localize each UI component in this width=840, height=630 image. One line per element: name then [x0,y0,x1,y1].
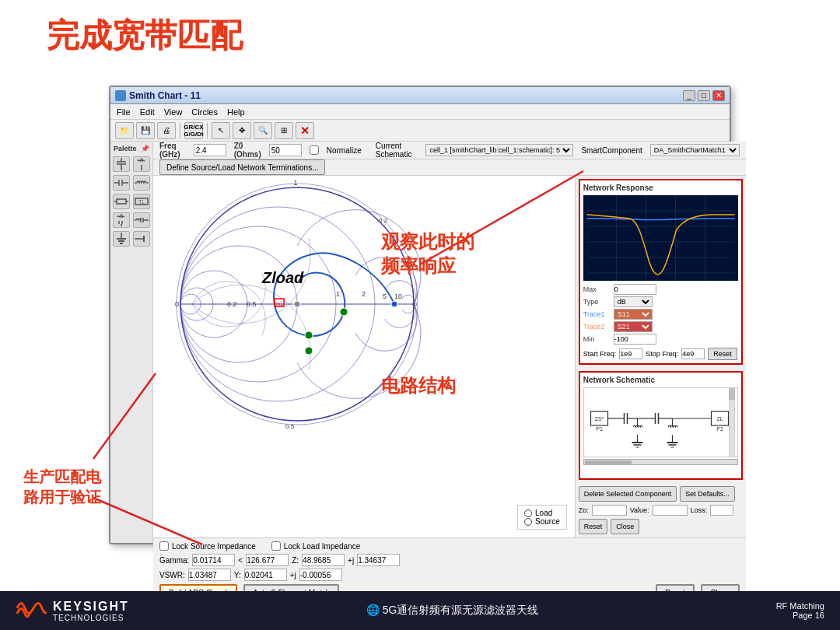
lock-source-label: Lock Source Impedance [172,542,256,551]
nr-min-input[interactable] [614,334,656,345]
value-input[interactable] [653,505,688,516]
gamma-value-input[interactable] [192,554,235,566]
network-schematic-title: Network Schematic [583,376,738,384]
delete-button[interactable]: ✕ [296,122,314,139]
palette-header: Palette 📌 [112,143,151,154]
nr-trace2-select[interactable]: S21 [614,321,653,332]
menu-edit[interactable]: Edit [140,107,155,117]
palette-cap-shunt[interactable] [113,156,130,172]
lock-load-label: Lock Load Impedance [284,542,360,551]
reset-button-2[interactable]: Reset [579,519,608,534]
svg-text:∞: ∞ [412,300,417,308]
close-button[interactable]: Close [611,519,639,534]
slide: 完成宽带匹配 Smith Chart - 11 _ □ ✕ File Edit … [0,0,840,630]
gamma-row: Gamma: < Z: +j [159,554,740,566]
nr-freq-row: Start Freq: Stop Freq: Reset [583,348,738,360]
palette-pin[interactable]: 📌 [141,145,149,152]
legend-source: Source [524,517,560,526]
menu-view[interactable]: View [164,107,183,117]
stop-freq-label: Stop Freq: [646,350,678,358]
lock-row: Lock Source Impedance Lock Load Impedanc… [159,541,740,551]
palette-lc-series[interactable] [133,212,150,228]
footer-right: RF Matching Page 16 [776,601,824,620]
svg-text:m1: m1 [275,301,283,306]
palette-lc-shunt[interactable] [113,212,130,228]
palette-tline[interactable]: TL [133,194,150,209]
delete-component-button[interactable]: Delete Selected Component [579,486,677,502]
palette-cap-series[interactable] [113,175,130,191]
z-value-input[interactable] [302,554,345,566]
loss-input[interactable] [710,505,733,516]
start-freq-input[interactable] [619,348,642,359]
zoom-button[interactable]: 🔍 [254,122,272,139]
palette: Palette 📌 [110,142,153,543]
palette-gnd[interactable] [113,231,130,247]
save-button[interactable]: 💾 [136,122,155,139]
stop-freq-input[interactable] [681,348,705,359]
close-window-button[interactable]: ✕ [712,90,725,101]
ns-scrollbar-thumb[interactable] [585,460,632,465]
grid-button[interactable]: GR/CXG/G/Dt [184,122,203,139]
z0-input[interactable] [269,144,302,156]
vswr-value-input[interactable] [188,569,231,581]
palette-open[interactable] [133,231,150,247]
normalize-label: Normalize [327,146,362,155]
zo-input[interactable] [592,505,627,516]
smartcomp-select[interactable]: DA_SmithChartMatch1 [650,144,740,156]
print-button[interactable]: 🖨 [157,122,176,139]
menu-help[interactable]: Help [227,107,245,117]
window-icon [115,90,126,101]
palette-ind-series[interactable] [133,175,150,191]
nr-max-label: Max [583,285,611,293]
ns-scrollbar[interactable] [583,459,738,465]
nr-min-label: Min [583,335,611,343]
svg-text:TL: TL [138,199,145,205]
toolbar-separator-1 [180,123,180,138]
svg-text:5: 5 [383,292,387,300]
svg-text:P1: P1 [596,426,603,432]
menu-file[interactable]: File [117,107,131,117]
nr-max-input[interactable] [614,284,656,295]
maximize-button[interactable]: □ [698,90,710,101]
y-label: Y: [234,571,241,579]
menu-circles[interactable]: Circles [191,107,218,117]
nr-reset-button[interactable]: Reset [708,348,737,360]
svg-point-54 [391,301,397,307]
svg-text:1: 1 [293,179,297,187]
minimize-button[interactable]: _ [683,90,695,101]
open-folder-button[interactable]: 📁 [115,122,134,139]
network-schematic-box: Network Schematic ZS* P1 [579,371,743,480]
lock-source-checkbox[interactable] [159,541,169,551]
current-sch-select[interactable]: cell_1 [smithChart_lib:cell_1:schematic]… [425,144,573,156]
menubar: File Edit View Circles Help [110,104,730,120]
keysight-brand: KEYSIGHT [53,600,129,614]
pointer-button[interactable]: ↖ [212,122,230,139]
rp-action-row: Reset Close [579,519,743,534]
z-plus-label: +j [348,556,354,565]
gamma-angle-symbol: < [238,556,243,565]
palette-row-4 [112,212,151,229]
y-value-input[interactable] [244,569,287,581]
freq-input[interactable] [194,144,226,156]
fit-button[interactable]: ⊞ [275,122,293,139]
z0-label: Z0 (Ohms) [234,142,261,159]
define-button[interactable]: Define Source/Load Network Terminations.… [159,159,325,175]
move-button[interactable]: ✥ [233,122,251,139]
set-defaults-button[interactable]: Set Defaults... [680,486,735,502]
build-annotation: 生产匹配电路用于验证 [23,467,101,507]
normalize-checkbox[interactable] [310,145,319,155]
footer-rf-matching: RF Matching [776,601,824,611]
network-response-title: Network Response [583,184,738,192]
gamma-angle-input[interactable] [246,554,289,566]
svg-rect-99 [729,388,734,400]
y-j-input[interactable] [299,569,342,581]
palette-res-series[interactable] [113,194,130,209]
nr-type-select[interactable]: dB [614,296,653,307]
toolbar: 📁 💾 🖨 GR/CXG/G/Dt ↖ ✥ 🔍 ⊞ ✕ [110,120,730,142]
nr-controls: Max Type dB Trace1 [583,284,738,360]
nr-trace1-row: Trace1 S11 [583,309,738,320]
z-j-input[interactable] [357,554,400,566]
nr-trace1-select[interactable]: S11 [614,309,653,320]
palette-ind-shunt[interactable] [133,156,150,172]
lock-load-checkbox[interactable] [271,541,281,551]
